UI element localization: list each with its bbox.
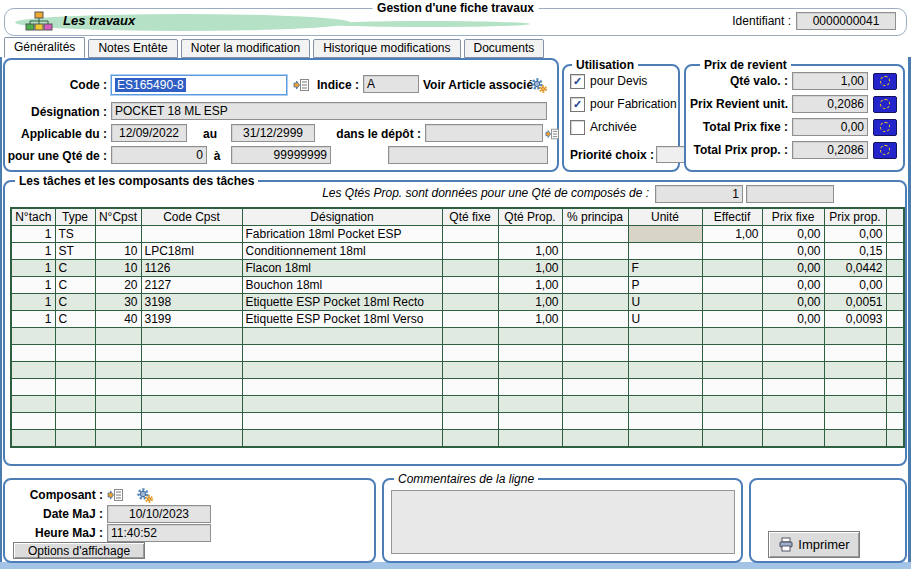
checkbox-archiv-e[interactable]: Archivée [570,119,678,135]
pick-list-icon[interactable] [107,488,123,502]
table-cell-filler [886,379,904,396]
table-cell [11,396,55,413]
table-cell [95,226,141,243]
eu-flag-icon[interactable] [873,142,897,159]
tab-notes-ent-te[interactable]: Notes Entête [88,39,177,58]
applicable-to-field[interactable]: 31/12/2999 [231,124,315,142]
table-cell [55,379,95,396]
table-cell-filler [886,277,904,294]
table-cell: 2127 [141,277,242,294]
table-cell [242,430,442,448]
code-input[interactable]: ES165490-8 [111,75,287,95]
table-row[interactable]: 1ST10LPC18mlConditionnement 18ml1,000,00… [11,243,904,260]
table-cell [702,430,762,448]
table-cell [562,226,628,243]
table-row[interactable] [11,345,904,362]
table-cell: 1 [11,294,55,311]
eu-stars-circle [880,76,890,86]
qte-composes-field[interactable]: 1 [655,185,743,203]
pick-list-icon[interactable] [545,127,559,141]
window-header: Gestion d'une fiche travaux Les travaux … [4,8,907,36]
table-row[interactable] [11,430,904,448]
table-cell [824,413,886,430]
table-row[interactable]: 1TSFabrication 18ml Pocket ESP1,000,000,… [11,226,904,243]
designation-field[interactable]: POCKET 18 ML ESP [111,102,547,120]
indice-field[interactable]: A [363,75,419,93]
table-cell [95,362,141,379]
table-cell-filler [886,430,904,448]
table-cell: 10 [95,243,141,260]
table-cell: 0,00 [762,277,824,294]
table-cell [562,379,628,396]
eu-flag-icon[interactable] [873,96,897,113]
table-cell [95,396,141,413]
table-cell: 1 [11,311,55,328]
eu-stars-circle [880,145,890,155]
table-row[interactable] [11,396,904,413]
column-header-n-tach: N°tach [11,208,55,226]
table-row[interactable] [11,413,904,430]
applicable-from-field[interactable]: 12/09/2022 [111,124,187,142]
table-cell: C [55,311,95,328]
code-label: Code : [7,75,107,95]
tab-historique-modifications[interactable]: Historique modifications [313,39,460,58]
column-header-n-cpst: N°Cpst [95,208,141,226]
table-cell [11,328,55,345]
table-cell [702,413,762,430]
table-row[interactable] [11,328,904,345]
table-cell: 1 [11,260,55,277]
table-row[interactable] [11,362,904,379]
applicable-du-label: Applicable du : [7,124,107,144]
table-row[interactable]: 1C101126Flacon 18ml1,00F0,000,0442 [11,260,904,277]
prix-label: Total Prix prop. : [686,143,788,157]
table-cell: 20 [95,277,141,294]
table-row[interactable]: 1C303198Etiquette ESP Pocket 18ml Recto1… [11,294,904,311]
checkbox-pour-devis[interactable]: ✓pour Devis [570,73,678,89]
gear-icon[interactable] [135,487,154,504]
qte-from-field[interactable]: 0 [111,146,207,164]
eu-flag-icon[interactable] [873,119,897,136]
window-border-left [0,57,2,562]
logo-swoosh-tail [325,21,530,27]
imprimer-button[interactable]: Imprimer [768,531,860,558]
column-header-prix-fixe: Prix fixe [762,208,824,226]
table-cell: 1 [11,243,55,260]
table-cell [242,362,442,379]
table-cell: Etiquette ESP Pocket 18ml Recto [242,294,442,311]
prix-row-total-prix-fixe: Total Prix fixe :0,00 [686,118,899,136]
pick-list-icon[interactable] [293,78,309,92]
table-cell [762,396,824,413]
table-row[interactable]: 1C403199Etiquette ESP Pocket 18ml Verso1… [11,311,904,328]
tab-noter-la-modification[interactable]: Noter la modification [181,39,310,58]
table-row[interactable]: 1C202127Bouchon 18ml1,00P0,000,00 [11,277,904,294]
table-cell [442,226,498,243]
options-affichage-button[interactable]: Options d'affichage [13,542,145,559]
eu-flag-icon[interactable] [873,73,897,90]
table-cell [628,396,702,413]
prix-row-total-prix-prop: Total Prix prop. :0,2086 [686,141,899,159]
table-cell-filler [886,311,904,328]
prix-de-revient-title: Prix de revient [700,58,791,72]
qte-to-field[interactable]: 99999999 [231,146,331,164]
depot-field[interactable] [425,124,543,142]
table-cell: 1,00 [498,260,562,277]
a-label: à [209,146,225,166]
table-cell: 3198 [141,294,242,311]
table-cell [762,413,824,430]
table-cell [498,328,562,345]
gear-icon[interactable] [529,77,548,94]
commentaires-textarea[interactable] [391,490,735,554]
prix-value-field: 0,2086 [792,141,868,159]
checkbox-pour-fabrication[interactable]: ✓pour Fabrication [570,96,678,112]
table-cell [11,413,55,430]
table-cell [824,396,886,413]
table-cell: U [628,311,702,328]
prix-row-prix-revient-unit: Prix Revient unit.0,2086 [686,95,899,113]
table-row[interactable] [11,379,904,396]
checkbox-label: Archivée [590,120,637,134]
tab-g-n-ralit-s[interactable]: Généralités [4,37,85,58]
table-cell: 0,00 [762,260,824,277]
table-cell [498,362,562,379]
indice-label: Indice : [313,75,359,95]
tab-documents[interactable]: Documents [464,39,545,58]
